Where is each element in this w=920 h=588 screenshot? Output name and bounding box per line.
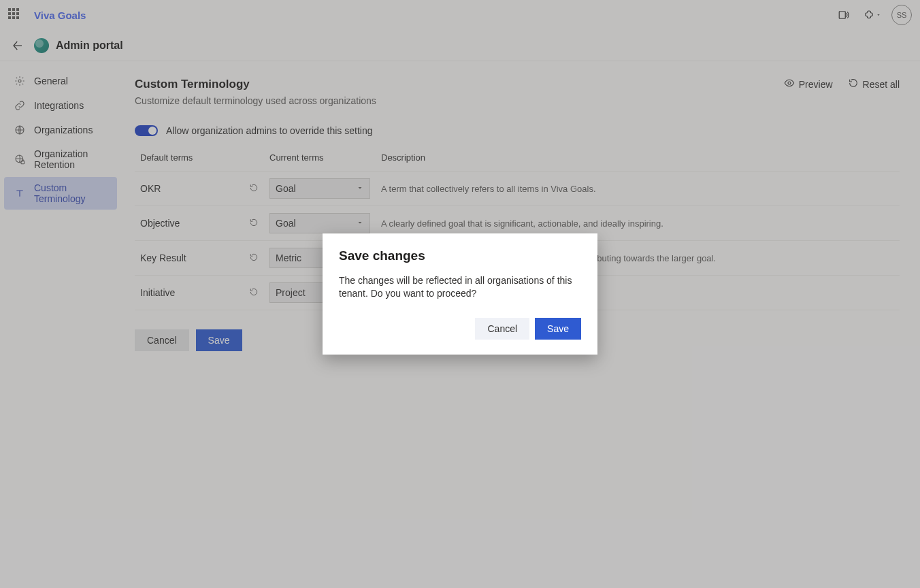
modal-overlay[interactable]: Save changes The changes will be reflect… bbox=[0, 0, 920, 588]
dialog-save-button[interactable]: Save bbox=[535, 318, 581, 340]
dialog-actions: Cancel Save bbox=[339, 318, 581, 340]
dialog-title: Save changes bbox=[339, 248, 581, 263]
dialog-body: The changes will be reflected in all org… bbox=[339, 274, 581, 300]
dialog-cancel-button[interactable]: Cancel bbox=[475, 318, 529, 340]
save-changes-dialog: Save changes The changes will be reflect… bbox=[323, 233, 597, 355]
